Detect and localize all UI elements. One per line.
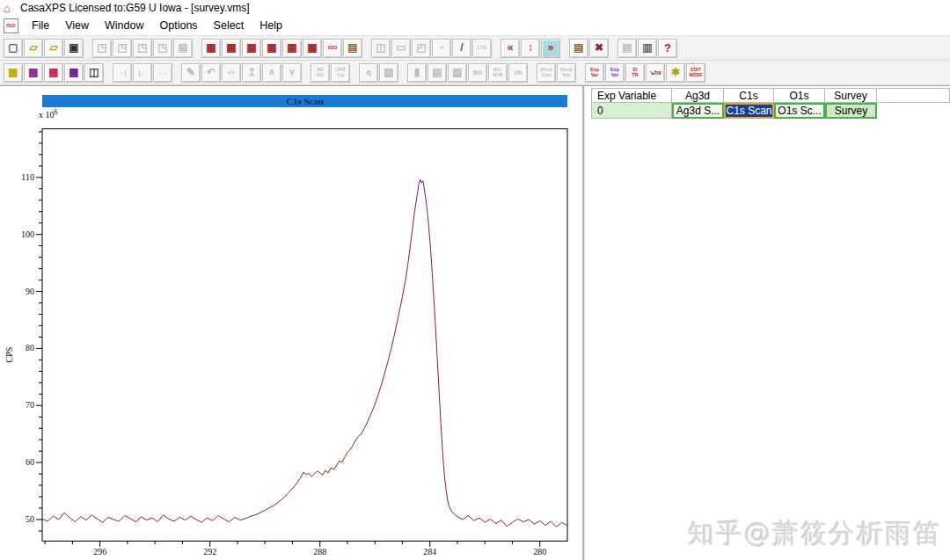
scroll-down-icon: ∨ [289,68,295,77]
new-file-icon: ▢ [8,42,18,54]
dash-tool-button: - [432,39,451,58]
menu-item-select[interactable]: Select [206,17,252,34]
exp-variable-edit-button[interactable]: Exp Var [605,63,625,83]
be-ke-toggle-button: BE KE [311,63,330,83]
edit-annotation-button: ✎ [181,63,201,83]
window-view-icon: ◰ [416,42,426,54]
tile-title-bar[interactable]: C1s Scan [42,95,567,107]
y-tick-label: 60 [26,457,34,467]
scroll-block-right-button[interactable]: » [541,39,560,58]
y-tick-label: 50 [26,514,34,524]
vamas-block-button-5[interactable]: ▦ [282,39,302,58]
vamas-block-5-icon: ▦ [287,42,296,54]
tile-display-button[interactable]: ▩ [4,63,23,83]
x-tick-label: 292 [203,547,216,556]
exp-variable-cell[interactable]: 0 [591,103,672,119]
scroll-up-button: ∧ [262,63,281,83]
block-cell-ag3d[interactable]: Ag3d S... [672,103,724,119]
edit-annotation-icon: ✎ [186,67,195,78]
menu-item-options[interactable]: Options [152,17,206,34]
scrolled-tile-button[interactable]: ▩ [44,63,63,83]
vamas-block-button-4[interactable]: ▦ [262,39,281,58]
exp-variable-button[interactable]: Exp Var [585,63,604,83]
cps-units-button: CPS Cφ [331,63,350,83]
step-left-button: |← [133,63,152,83]
paste-special-button[interactable]: ▤ [569,39,588,58]
calibrate-button[interactable]: ✱ [666,63,685,83]
spectrum-tile: C1s Scan x 106 CPS 506070809010011029629… [0,86,582,560]
vamas-block-2-icon: ▦ [226,42,236,54]
block-cell-o1s[interactable]: O1s Sc... [774,103,825,119]
quantify-cursor-icon: q [366,69,371,76]
vamas-block-button-1[interactable]: ▦ [201,39,221,58]
save-button[interactable]: ▣ [64,39,84,58]
clipboard-button[interactable]: ▤ [343,39,362,58]
menu-item-help[interactable]: Help [252,17,290,34]
column-tab-exp-variable[interactable]: Exp Variable [591,88,672,103]
step-right-icon: →| [119,69,127,76]
print-icon: ▤ [622,42,632,54]
vamas-block-button-6[interactable]: ▦ [303,39,322,58]
open-recent-button[interactable]: ▱ [44,39,63,58]
x-tick-label: 296 [93,547,106,556]
cascade-windows-button[interactable]: ▩ [24,63,43,83]
vamas-block-button-3[interactable]: ▦ [242,39,261,58]
intensity-normalize-icon: I/N [515,69,522,76]
raise-spectrum-button: ↥ [242,63,261,83]
column-tab-o1s[interactable]: O1s [774,88,825,103]
menu-items: FileViewWindowOptionsSelectHelp [24,17,290,34]
copy-page-icon: ◳ [137,42,147,54]
y-tick-label: 70 [26,400,34,410]
help-icon: ? [664,42,671,55]
vamas-block-4-icon: ▦ [267,42,276,54]
block-cell-survey[interactable]: Survey [825,103,877,119]
scroll-block-vertical-button[interactable]: ↕ [521,39,540,58]
edit-mode-icon: EDIT MODE [690,68,703,77]
main-area: C1s Scan x 106 CPS 506070809010011029629… [0,85,950,560]
collapse-width-button: →← [153,63,172,83]
block-info-icon: Block Info [560,68,573,77]
menu-item-file[interactable]: File [24,17,57,34]
delete-button[interactable]: ✖ [589,39,609,58]
blocks-table: Exp VariableAg3dC1sO1sSurvey0Ag3d S...C1… [591,88,950,119]
calibrate-icon: ✱ [671,67,680,78]
open-file-button[interactable]: ▱ [24,39,43,58]
new-file-button[interactable]: ▢ [4,39,23,58]
print-button: ▤ [618,39,637,58]
display-settings-icon: ▤ [432,67,442,78]
window-title: CasaXPS Licensed to:G59 U Iowa - [survey… [20,2,250,14]
element-transition-button[interactable]: El TR [625,63,645,83]
tile-pages-button[interactable]: ▩ [64,63,84,83]
be-ke-toggle-icon: BE KE [317,68,324,78]
print-preview-button[interactable]: ▥ [638,39,657,58]
x-tick-label: 280 [533,547,546,556]
save-icon: ▣ [69,42,78,54]
c1s-spectrum-line [42,179,567,527]
vamas-block-button-2[interactable]: ▦ [222,39,241,58]
x-tick-label: 288 [313,547,326,556]
title-bar[interactable]: ⌂ CasaXPS Licensed to:G59 U Iowa - [surv… [0,0,950,16]
page-layout-button[interactable]: ◫ [84,63,104,83]
column-tab-ag3d[interactable]: Ag3d [672,88,724,103]
column-tab-survey[interactable]: Survey [825,88,877,103]
vms-document-icon[interactable]: ISO [4,18,18,33]
iso-file-button[interactable]: ISO [323,39,342,58]
menu-item-view[interactable]: View [57,17,97,34]
dash-tool-icon: - [440,42,443,54]
spectrum-plot[interactable]: 5060708090100110296292288284280Binding E… [12,128,582,560]
photon-energy-button[interactable]: ↘hv [646,63,665,83]
draw-line-button[interactable]: / [452,39,471,58]
zhihu-watermark: 知乎@萧筱分析雨笛 [688,516,941,552]
help-button[interactable]: ? [658,39,677,58]
copy-all-button: ◳ [113,39,132,58]
draw-line-icon: / [460,42,463,54]
edit-mode-button[interactable]: EDIT MODE [686,63,705,83]
collapse-width-icon: →← [157,69,169,76]
vamas-block-1-icon: ▦ [206,42,216,54]
background-icon: BG [473,69,483,76]
copy-button: ◳ [92,39,112,58]
scroll-block-left-button[interactable]: « [501,39,520,58]
block-cell-c1s[interactable]: C1s Scan [724,103,774,119]
column-tab-c1s[interactable]: C1s [724,88,774,103]
menu-item-window[interactable]: Window [97,17,151,34]
